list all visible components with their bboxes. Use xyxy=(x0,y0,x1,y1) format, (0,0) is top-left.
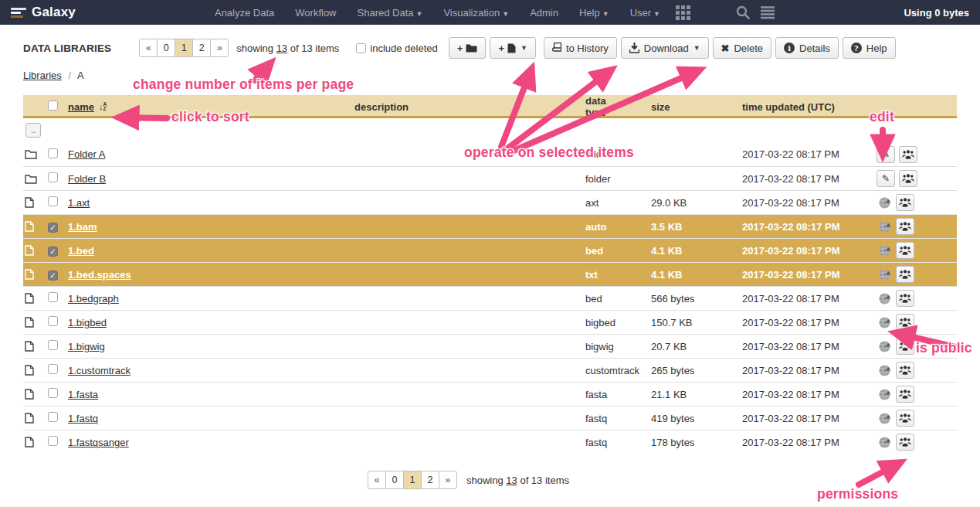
delete-button[interactable]: ✖ Delete xyxy=(713,37,771,59)
row-checkbox[interactable] xyxy=(48,292,58,302)
apps-grid-icon[interactable] xyxy=(676,5,690,20)
item-name-link[interactable]: 1.bed.spaces xyxy=(68,269,131,281)
row-checkbox[interactable]: ✓ xyxy=(48,247,58,257)
page-0-button[interactable]: 0 xyxy=(157,39,175,57)
breadcrumb-libraries-link[interactable]: Libraries xyxy=(23,70,62,81)
item-name-link[interactable]: 1.bed xyxy=(68,245,94,257)
up-folder-button[interactable]: .. xyxy=(25,123,41,138)
table-row: 1.bigbed bigbed 150.7 KB 2017-03-22 08:1… xyxy=(23,310,957,334)
nav-analyze-data[interactable]: Analyze Data xyxy=(215,7,274,19)
masthead-nav: Analyze Data Workflow Shared Data▼ Visua… xyxy=(215,7,660,19)
permissions-button[interactable] xyxy=(899,146,917,163)
items-per-page-link[interactable]: 13 xyxy=(506,475,517,486)
row-checkbox[interactable]: ✓ xyxy=(48,271,58,281)
permissions-button[interactable] xyxy=(896,410,914,427)
item-name-link[interactable]: 1.customtrack xyxy=(68,365,131,376)
cell-type: folder xyxy=(575,173,640,185)
annotation-edit: edit xyxy=(870,109,894,125)
galaxy-brand[interactable]: Galaxy xyxy=(11,5,76,20)
pencil-icon: ✎ xyxy=(882,149,890,160)
permissions-button[interactable] xyxy=(896,218,914,235)
permissions-button[interactable] xyxy=(896,194,914,211)
brand-name: Galaxy xyxy=(32,5,76,20)
row-checkbox[interactable]: ✓ xyxy=(48,223,58,233)
cell-type: bigbed xyxy=(575,317,640,328)
page-1-button[interactable]: 1 xyxy=(175,39,193,57)
annotation-is-public: is public xyxy=(916,340,972,356)
page-first-button[interactable]: « xyxy=(368,471,386,489)
permissions-button[interactable] xyxy=(896,434,914,451)
cell-size: 178 bytes xyxy=(640,437,731,448)
nav-workflow[interactable]: Workflow xyxy=(295,7,336,19)
row-checkbox[interactable] xyxy=(48,364,58,374)
users-icon xyxy=(899,246,911,255)
item-name-link[interactable]: 1.bedgraph xyxy=(68,293,119,305)
include-deleted-toggle[interactable]: include deleted xyxy=(356,43,437,54)
search-icon[interactable] xyxy=(735,5,751,20)
row-checkbox[interactable] xyxy=(48,316,58,326)
list-icon[interactable] xyxy=(760,5,775,19)
item-name-link[interactable]: 1.fasta xyxy=(68,389,98,400)
page-last-button[interactable]: » xyxy=(439,471,457,489)
sort-by-name-link[interactable]: name xyxy=(68,101,94,113)
edit-button[interactable]: ✎ xyxy=(877,170,895,187)
select-all-checkbox[interactable] xyxy=(48,100,58,111)
permissions-button[interactable] xyxy=(896,362,914,379)
permissions-button[interactable] xyxy=(896,386,914,403)
page-last-button[interactable]: » xyxy=(210,39,229,57)
item-name-link[interactable]: 1.fastqsanger xyxy=(68,437,129,448)
add-dataset-button[interactable]: + ▼ xyxy=(490,37,536,59)
row-checkbox[interactable] xyxy=(48,172,58,182)
page-2-button[interactable]: 2 xyxy=(192,39,211,57)
controls-bar: DATA LIBRARIES « 0 1 2 » showing 13 of 1… xyxy=(23,37,957,59)
users-icon xyxy=(899,198,911,207)
cell-type: axt xyxy=(575,197,640,209)
nav-admin[interactable]: Admin xyxy=(530,7,558,19)
item-name-link[interactable]: 1.bigbed xyxy=(68,317,107,328)
cell-time: 2017-03-22 08:17 PM xyxy=(731,245,864,257)
nav-visualization[interactable]: Visualization▼ xyxy=(443,7,509,19)
file-icon xyxy=(25,413,34,424)
permissions-button[interactable] xyxy=(896,242,914,259)
edit-button[interactable]: ✎ xyxy=(877,146,895,163)
include-deleted-checkbox[interactable] xyxy=(356,43,366,53)
page-0-button[interactable]: 0 xyxy=(385,471,404,489)
nav-user[interactable]: User▼ xyxy=(630,7,660,19)
nav-shared-data[interactable]: Shared Data▼ xyxy=(358,7,423,19)
page-1-button[interactable]: 1 xyxy=(403,471,422,489)
is-public-icon xyxy=(877,317,892,328)
row-checkbox[interactable] xyxy=(48,148,58,158)
row-checkbox[interactable] xyxy=(48,436,58,446)
item-name-link[interactable]: 1.bam xyxy=(68,221,97,233)
row-checkbox[interactable] xyxy=(48,388,58,398)
row-checkbox[interactable] xyxy=(48,412,58,422)
top-pagination: « 0 1 2 » xyxy=(139,39,229,57)
file-icon xyxy=(25,389,34,400)
nav-help[interactable]: Help▼ xyxy=(579,7,609,19)
sort-icon[interactable]: ↓AZ xyxy=(99,102,107,111)
permissions-button[interactable] xyxy=(896,338,914,355)
users-icon xyxy=(899,318,911,327)
to-history-button[interactable]: to History xyxy=(544,37,617,59)
add-folder-button[interactable]: + xyxy=(449,37,487,59)
annotation-click-to-sort: click to sort xyxy=(171,109,249,125)
permissions-button[interactable] xyxy=(896,290,914,307)
usage-indicator[interactable]: Using 0 bytes xyxy=(904,7,969,19)
item-name-link[interactable]: 1.bigwig xyxy=(68,341,105,352)
row-checkbox[interactable] xyxy=(48,196,58,206)
item-name-link[interactable]: Folder A xyxy=(68,148,105,160)
row-checkbox[interactable] xyxy=(48,340,58,350)
item-name-link[interactable]: Folder B xyxy=(68,173,106,185)
item-name-link[interactable]: 1.fastq xyxy=(68,413,98,424)
permissions-button[interactable] xyxy=(896,266,914,283)
page-first-button[interactable]: « xyxy=(139,39,158,57)
help-button[interactable]: ? Help xyxy=(843,37,896,59)
items-per-page-link[interactable]: 13 xyxy=(276,43,287,54)
details-button[interactable]: i Details xyxy=(775,37,839,59)
download-button[interactable]: Download ▼ xyxy=(621,37,709,59)
is-public-icon xyxy=(877,293,892,305)
permissions-button[interactable] xyxy=(896,314,914,331)
permissions-button[interactable] xyxy=(899,170,917,187)
item-name-link[interactable]: 1.axt xyxy=(68,197,90,209)
page-2-button[interactable]: 2 xyxy=(421,471,439,489)
